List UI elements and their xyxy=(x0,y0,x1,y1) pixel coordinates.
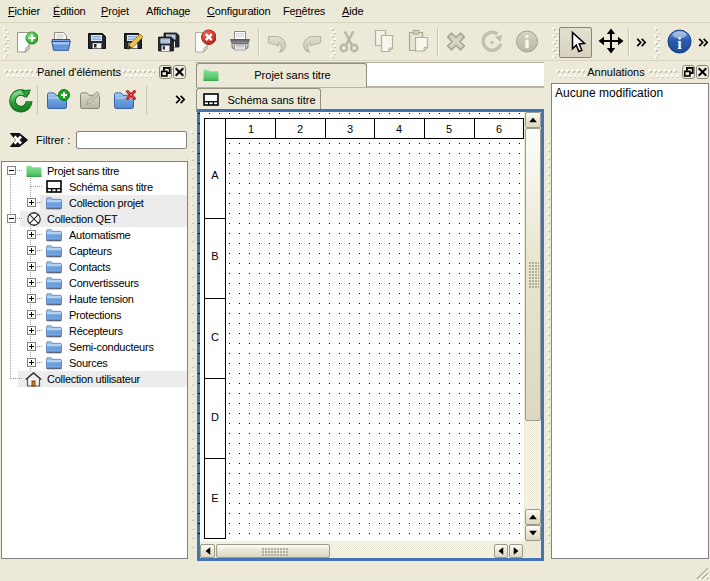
svg-text:i: i xyxy=(677,35,682,52)
